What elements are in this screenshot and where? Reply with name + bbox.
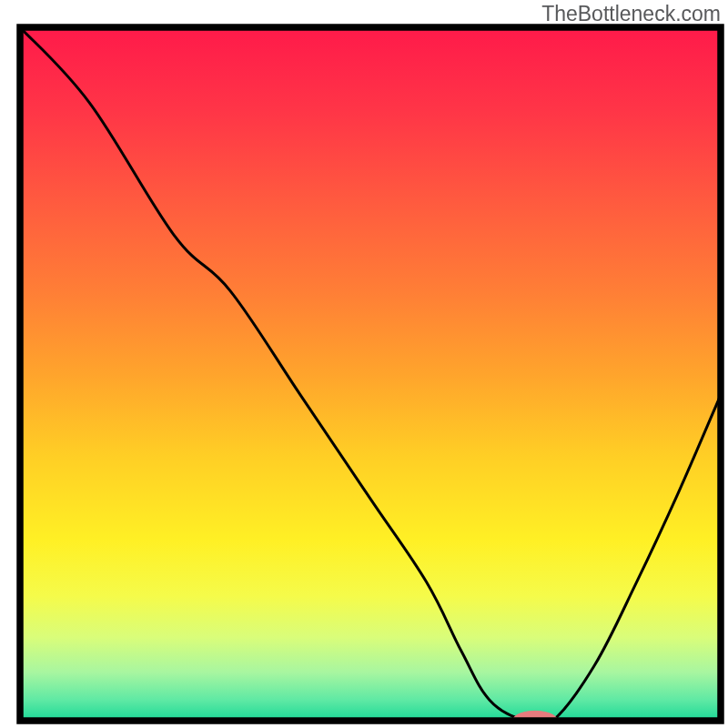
watermark-label: TheBottleneck.com [541, 2, 721, 26]
bottleneck-chart [0, 0, 728, 728]
gradient-background [20, 27, 721, 721]
chart-frame: TheBottleneck.com [0, 0, 728, 728]
